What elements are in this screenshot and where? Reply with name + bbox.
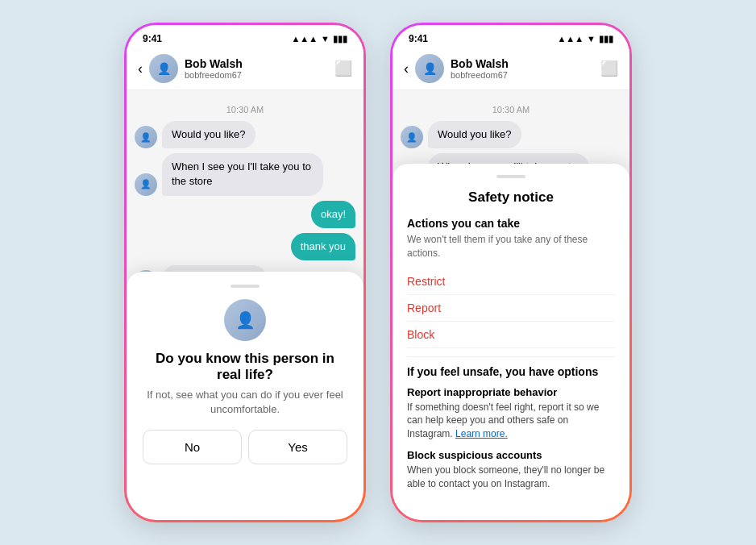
time-left: 9:41 — [143, 33, 162, 44]
safety-notice: Safety notice Actions you can take We wo… — [393, 164, 629, 520]
unsafe-item-title-1: Report inappropriate behavior — [407, 386, 615, 398]
bubble-sent: okay! — [311, 201, 355, 228]
msg-row: thank you — [135, 233, 355, 260]
video-call-button-left[interactable]: ⬜ — [334, 60, 352, 77]
phone-left: 9:41 ▲▲▲ ▼ ▮▮▮ ‹ 👤 Bob Walsh bobfreedom6… — [124, 23, 366, 522]
bubble-received: When I see you I'll take you to the stor… — [162, 153, 323, 195]
restrict-link[interactable]: Restrict — [407, 268, 615, 295]
header-info-left: Bob Walsh bobfreedom67 — [185, 57, 328, 80]
chat-header-right: ‹ 👤 Bob Walsh bobfreedom67 ⬜ — [393, 48, 629, 90]
actions-title: Actions you can take — [407, 217, 615, 230]
chat-body-left: 10:30 AM 👤 Would you like? 👤 When I see … — [127, 90, 363, 481]
back-button-left[interactable]: ‹ — [138, 60, 143, 77]
contact-username-right: bobfreedom67 — [451, 70, 594, 80]
block-link[interactable]: Block — [407, 322, 615, 348]
sheet-handle-right — [496, 175, 525, 178]
unsafe-item-desc-1: If something doesn't feel right, report … — [407, 401, 615, 441]
bubble-received: Would you like? — [428, 121, 521, 148]
msg-row: 👤 When I see you I'll take you to the st… — [135, 153, 355, 195]
unsafe-item-title-2: Block suspicious accounts — [407, 449, 615, 461]
bubble-received: Would you like? — [162, 121, 255, 148]
header-info-right: Bob Walsh bobfreedom67 — [451, 57, 594, 80]
avatar-small: 👤 — [135, 173, 157, 196]
avatar-small-right: 👤 — [401, 126, 423, 148]
sheet-subtitle: If not, see what you can do if you ever … — [143, 388, 347, 417]
timestamp-left: 10:30 AM — [135, 105, 355, 114]
unsafe-item-desc-2: When you block someone, they'll no longe… — [407, 464, 615, 491]
unsafe-section: If you feel unsafe, you have options Rep… — [407, 356, 615, 491]
chat-header-left: ‹ 👤 Bob Walsh bobfreedom67 ⬜ — [127, 48, 363, 90]
msg-row: okay! — [135, 201, 355, 228]
battery-icon: ▮▮▮ — [333, 34, 347, 44]
wifi-icon-right: ▼ — [587, 34, 596, 44]
contact-name-right: Bob Walsh — [451, 57, 594, 70]
phones-container: 9:41 ▲▲▲ ▼ ▮▮▮ ‹ 👤 Bob Walsh bobfreedom6… — [108, 6, 648, 539]
status-bar-left: 9:41 ▲▲▲ ▼ ▮▮▮ — [127, 25, 363, 48]
time-right: 9:41 — [409, 33, 428, 44]
status-icons-left: ▲▲▲ ▼ ▮▮▮ — [291, 34, 347, 44]
sheet-buttons: No Yes — [143, 430, 347, 464]
msg-row: 👤 Would you like? — [135, 121, 355, 148]
sheet-avatar: 👤 — [224, 299, 266, 341]
sheet-title: Do you know this person in real life? — [143, 351, 347, 383]
bottom-sheet-left: 👤 Do you know this person in real life? … — [127, 272, 363, 481]
status-icons-right: ▲▲▲ ▼ ▮▮▮ — [557, 34, 613, 44]
wifi-icon: ▼ — [321, 34, 330, 44]
signal-icon-right: ▲▲▲ — [557, 34, 584, 44]
msg-row: 👤 Would you like? — [401, 121, 621, 148]
signal-icon: ▲▲▲ — [291, 34, 318, 44]
avatar-image-right: 👤 — [415, 54, 444, 83]
no-button[interactable]: No — [143, 430, 242, 464]
bubble-sent: thank you — [291, 233, 355, 260]
avatar-left: 👤 — [149, 54, 178, 83]
timestamp-right: 10:30 AM — [401, 105, 621, 114]
avatar-small: 👤 — [135, 126, 157, 148]
actions-subtitle: We won't tell them if you take any of th… — [407, 233, 615, 260]
phone-right: 9:41 ▲▲▲ ▼ ▮▮▮ ‹ 👤 Bob Walsh bobfreedom6… — [390, 23, 632, 522]
safety-title: Safety notice — [407, 189, 615, 206]
video-call-button-right[interactable]: ⬜ — [600, 60, 618, 77]
learn-more-link[interactable]: Learn more. — [455, 428, 508, 439]
unsafe-title: If you feel unsafe, you have options — [407, 365, 615, 378]
contact-name-left: Bob Walsh — [185, 57, 328, 70]
avatar-image-left: 👤 — [149, 54, 178, 83]
report-link[interactable]: Report — [407, 295, 615, 322]
yes-button[interactable]: Yes — [248, 430, 347, 464]
battery-icon-right: ▮▮▮ — [599, 34, 613, 44]
sheet-handle — [231, 285, 260, 288]
contact-username-left: bobfreedom67 — [185, 70, 328, 80]
status-bar-right: 9:41 ▲▲▲ ▼ ▮▮▮ — [393, 25, 629, 48]
avatar-right: 👤 — [415, 54, 444, 83]
back-button-right[interactable]: ‹ — [404, 60, 409, 77]
